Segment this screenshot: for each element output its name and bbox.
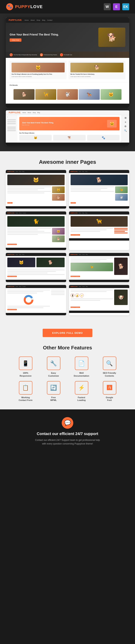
inner-page-7-header: PUPPYLOVE HomeShopContact: [6, 285, 66, 288]
inner-pages-grid: PUPPYLOVE HomeShopBlog 🐱: [6, 170, 129, 315]
feature-seo: 🔍 SEO FriendlyContents: [98, 356, 122, 377]
support-section: 💬 Contact our efficient 24/7 support Con…: [0, 410, 135, 454]
features-grid: 📱 100%Responsive 🔧 EasyCustomize 📄 WellD…: [14, 356, 122, 402]
inner-page-4-header: PUPPYLOVE HomeBlogShop: [69, 212, 130, 214]
mockup-hero-image: 🐕: [98, 28, 125, 47]
service-icon-1: 🚦: [70, 294, 74, 297]
mockup2-nav: PUPPYLOVE Home About Shop Blog: [6, 110, 129, 115]
inner-page-8: PUPPYLOVE HomeAboutBlog 🚦 �: [69, 285, 130, 315]
mockup-hero-title: Give Your Best Friend The Best Thing.: [10, 33, 59, 36]
inner-p3-simg1: 🐱: [52, 228, 64, 234]
banner-paw-icon: 🐾: [10, 53, 13, 56]
support-title: Contact our efficient 24/7 support: [6, 432, 129, 436]
feature-seo-label: SEO FriendlyContents: [103, 372, 116, 377]
inner-page-8-header: PUPPYLOVE HomeAboutBlog: [69, 285, 130, 288]
explore-btn[interactable]: EXPLORE FULL DEMO: [42, 329, 92, 337]
feature-contact-form: 📋 WorkingContact Form: [14, 381, 38, 402]
breed-5: 🐱: [100, 89, 122, 100]
hero-preview-section: PUPPYLOVE Home About Shop Blog Contact G…: [0, 14, 135, 151]
inner-page-7: PUPPYLOVE HomeShopContact: [6, 285, 66, 315]
inner-p1-simg1: 🐱: [52, 186, 64, 193]
inner-p2-simg1: 🦮: [115, 186, 128, 193]
feature-customize: 🔧 EasyCustomize: [42, 356, 66, 377]
feature-responsive-icon-box: 📱: [19, 356, 32, 370]
mockup2-el-3: 🐾: [87, 135, 120, 141]
inner-page-5-hero-img: 🐱: [7, 258, 35, 267]
inner-page-1-hero-img: 🐱: [7, 174, 64, 185]
mockup2-nav-items: Home About Shop Blog: [22, 112, 40, 113]
feature-contact-form-icon-box: 📋: [19, 381, 32, 394]
breed-3: 🐩: [57, 89, 78, 100]
card-1-text: Lorem ipsum dolor sit amet consectetur.: [12, 76, 64, 77]
mockup2-mission-title: Our Pet Shop's Mission: [19, 132, 120, 134]
inner-page-2-footer: [69, 206, 130, 208]
feature-google-font-icon-box: 🅰: [103, 381, 116, 394]
mockup2-sidebar: T: [6, 115, 17, 142]
inner-page-6-body: 🦮 🐕 Sign Up For Newsletter: [69, 256, 130, 278]
inner-page-4-hero-img: 🦮: [70, 216, 128, 227]
inner-page-4-footer: [69, 238, 130, 240]
pie-chart: [24, 295, 33, 305]
inner-p2-simg2: 🐩: [115, 194, 128, 201]
inner-page-3-hero-img: 🐈: [7, 216, 64, 227]
feature-wpml-icon-box: 🔄: [47, 381, 60, 394]
breed-1: 🐕: [14, 89, 34, 100]
mockup-hero-btn[interactable]: Shop Now: [10, 38, 22, 42]
mockup2-main: Give Your Best Friend The Best Thing. Be…: [17, 115, 122, 142]
mockup-banner: 🐾 The First Step In Responsible Dog Owne…: [6, 52, 129, 58]
inner-page-5-header: PUPPYLOVE HomeShopBlog: [6, 253, 66, 256]
mockup-cards-section: 🐱 Our Pet Shop's Mission Lies In Providi…: [6, 58, 129, 82]
inner-page-3-footer: [6, 248, 66, 250]
mockup-hero: Give Your Best Friend The Best Thing. Sh…: [6, 23, 129, 52]
service-icon-3: ⚡: [80, 294, 84, 297]
inner-page-5-footer: [6, 280, 66, 282]
support-icon: 💬: [62, 417, 73, 429]
mockup-card-1: 🐱 Our Pet Shop's Mission Lies In Providi…: [10, 61, 66, 79]
mockup-breeds-section: Pet Breeds 🐕 🦮 🐩 🐕‍🦺 🐱: [6, 82, 129, 104]
svg-point-5: [26, 298, 31, 302]
features-title: Other More Features: [8, 345, 127, 351]
inner-page-5-body: 🐱 🐕 Sign Up For Newsletter: [6, 256, 66, 278]
inner-page-5-img2: 🐕: [36, 258, 64, 267]
documentation-icon: 📄: [78, 360, 85, 366]
feature-documentation: 📄 WellDocumentation: [70, 356, 94, 377]
inner-page-6-footer: [69, 280, 130, 282]
contact-form-icon: 📋: [22, 384, 29, 391]
mockup2-elements: 🐱 🐕 🐾: [19, 135, 120, 141]
mockup-nav-links: Home About Shop Blog Contact: [24, 19, 52, 21]
feature-documentation-icon-box: 📄: [75, 356, 88, 370]
feature-customize-icon-box: 🔧: [47, 356, 60, 370]
inner-pages-title: Awesome inner Pages: [6, 159, 129, 165]
mockup2-body: T Give Your Best Friend The Best Thing. …: [6, 115, 129, 142]
inner-page-1-footer: [6, 206, 66, 208]
inner-page-1-header: PUPPYLOVE HomeShopBlog: [6, 170, 66, 173]
card-1-title: Our Pet Shop's Mission Lies In Providing…: [12, 74, 64, 75]
mockup2-hero-title: Give Your Best Friend The Best Thing.: [22, 122, 54, 124]
inner-page-2-body: 🐕 🦮 🐩: [69, 173, 130, 205]
inner-p3-simg2: 🐕: [52, 235, 64, 242]
inner-page-2: PUPPYLOVE HomeBlogShop 🐕: [69, 170, 130, 208]
feature-loading-icon-box: ⚡: [75, 381, 88, 394]
elementkit-icon: EK: [122, 3, 129, 10]
card-2-title: We Are Trusted Pet Care & Veterinary.: [70, 74, 124, 75]
explore-section: EXPLORE FULL DEMO: [0, 323, 135, 343]
inner-pages-section: Awesome inner Pages PUPPYLOVE HomeShopBl…: [0, 151, 135, 323]
elementor-icon: E: [113, 3, 120, 10]
logo[interactable]: 🐾 PUPPYLOVE: [6, 3, 43, 10]
service-icon-2: 🔔: [75, 294, 79, 297]
inner-page-2-header: PUPPYLOVE HomeBlogShop: [69, 170, 130, 173]
mockup-hero-text: Give Your Best Friend The Best Thing. Sh…: [10, 33, 59, 42]
feature-responsive: 📱 100%Responsive: [14, 356, 38, 377]
feature-loading: ⚡ FastestLoading: [70, 381, 94, 402]
banner-vet-icon: ❤️: [60, 53, 63, 56]
feature-google-font-label: GoogleFont: [106, 396, 113, 402]
mockup-cards: 🐱 Our Pet Shop's Mission Lies In Providi…: [10, 61, 125, 79]
inner-p6-main-img: 🐕: [114, 258, 128, 275]
inner-p8-dog-img: 🐶: [114, 290, 128, 305]
banner-item-3: ❤️ Pet Health Care: [60, 53, 72, 56]
wordpress-icon: W: [104, 3, 111, 10]
seo-icon: 🔍: [106, 360, 113, 366]
preview-mockup-2: PUPPYLOVE Home About Shop Blog T: [6, 110, 129, 146]
inner-page-1-body: 🐱 🐱 🐕: [6, 173, 66, 205]
support-text: Contact our efficient 24/7 Support team …: [34, 438, 101, 446]
